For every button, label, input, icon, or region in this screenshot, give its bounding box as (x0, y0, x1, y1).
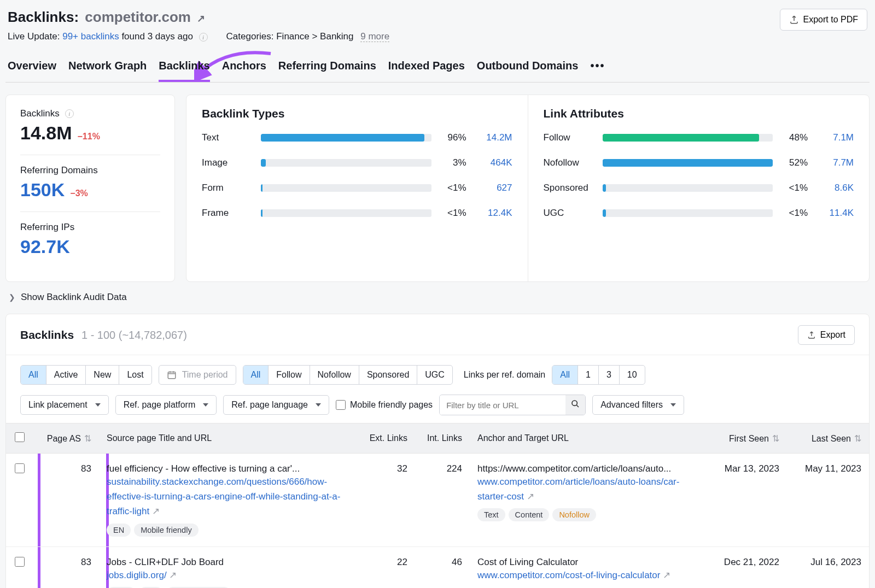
time-period-filter[interactable]: Time period (159, 365, 236, 385)
links-per-domain-label: Links per ref. domain (464, 370, 545, 380)
seg-option[interactable]: UGC (417, 366, 452, 384)
link-attributes-title: Link Attributes (544, 107, 854, 120)
tabs: OverviewNetwork GraphBacklinksAnchorsRef… (5, 60, 870, 83)
col-page-as[interactable]: Page AS⇅ (33, 424, 99, 454)
row-checkbox[interactable] (15, 463, 25, 473)
stat-count-link[interactable]: 11.4K (819, 208, 854, 219)
stat-pct: <1% (442, 183, 466, 193)
export-button[interactable]: Export (798, 325, 855, 345)
tab-backlinks[interactable]: Backlinks (159, 60, 209, 82)
cell-int-links: 46 (415, 546, 470, 588)
follow-filter[interactable]: AllFollowNofollowSponsoredUGC (243, 365, 453, 385)
external-link-icon[interactable]: ↗ (169, 570, 177, 580)
search-input[interactable] (440, 396, 565, 415)
col-int-links[interactable]: Int. Links (415, 424, 470, 454)
more-tabs-button[interactable]: ••• (590, 60, 605, 82)
seg-option[interactable]: 1 (578, 366, 599, 384)
stat-count-link[interactable]: 14.2M (477, 132, 512, 143)
export-pdf-button[interactable]: Export to PDF (780, 9, 867, 31)
cell-page-as: 83 (33, 454, 99, 547)
stat-count-link[interactable]: 8.6K (819, 183, 854, 193)
tab-indexed-pages[interactable]: Indexed Pages (388, 60, 465, 82)
advanced-filters-dropdown[interactable]: Advanced filters (592, 395, 684, 415)
external-link-icon[interactable]: ↗ (152, 506, 160, 516)
seg-option[interactable]: Sponsored (359, 366, 417, 384)
source-title: fuel efficiency - How effective is turni… (107, 463, 353, 474)
metric-ref-ips-label: Referring IPs (20, 222, 160, 233)
stat-row: Sponsored <1% 8.6K (544, 183, 854, 193)
stat-count-link[interactable]: 627 (477, 183, 512, 193)
stat-count-link[interactable]: 464K (477, 157, 512, 168)
source-title: Jobs - CLIR+DLF Job Board (107, 557, 353, 568)
tab-anchors[interactable]: Anchors (222, 60, 266, 82)
metric-ref-ips-value[interactable]: 92.7K (20, 236, 70, 257)
seg-option[interactable]: All (21, 366, 46, 384)
source-url-link[interactable]: jobs.diglib.org/ (107, 570, 167, 580)
seg-option[interactable]: New (86, 366, 119, 384)
seg-option[interactable]: 10 (620, 366, 645, 384)
chevron-right-icon: ❯ (9, 293, 15, 302)
seg-option[interactable]: Active (46, 366, 86, 384)
stat-count-link[interactable]: 7.7M (819, 157, 854, 168)
backlink-types-title: Backlink Types (202, 107, 512, 120)
external-link-icon[interactable]: ↗ (527, 491, 534, 502)
seg-option[interactable]: 3 (599, 366, 620, 384)
status-filter[interactable]: AllActiveNewLost (20, 365, 152, 385)
cell-ext-links: 22 (360, 546, 415, 588)
source-url-link[interactable]: sustainability.stackexchange.com/questio… (107, 477, 340, 516)
seg-option[interactable]: Lost (119, 366, 151, 384)
search-button[interactable] (565, 395, 585, 415)
seg-option[interactable]: Follow (269, 366, 310, 384)
link-placement-dropdown[interactable]: Link placement (20, 395, 109, 415)
row-checkbox[interactable] (15, 557, 25, 567)
tab-outbound-domains[interactable]: Outbound Domains (477, 60, 579, 82)
stat-count-link[interactable]: 12.4K (477, 208, 512, 219)
external-link-icon[interactable]: ↗ (197, 13, 205, 24)
seg-option[interactable]: All (552, 366, 578, 384)
col-ext-links[interactable]: Ext. Links (360, 424, 415, 454)
mobile-friendly-checkbox[interactable]: Mobile friendly pages (336, 400, 433, 410)
stat-label: UGC (544, 208, 592, 219)
tag-pill: Nofollow (552, 508, 596, 521)
col-first-seen[interactable]: First Seen⇅ (705, 424, 787, 454)
external-link-icon[interactable]: ↗ (663, 570, 670, 580)
stat-row: Text 96% 14.2M (202, 132, 512, 143)
chevron-down-icon (316, 403, 321, 407)
stat-label: Frame (202, 208, 250, 219)
export-icon (807, 331, 816, 339)
select-all-checkbox[interactable] (15, 432, 25, 442)
seg-option[interactable]: All (243, 366, 269, 384)
cell-first-seen: Dec 21, 2022 (705, 546, 787, 588)
ref-language-dropdown[interactable]: Ref. page language (223, 395, 329, 415)
chevron-down-icon (95, 403, 101, 407)
stat-row: Frame <1% 12.4K (202, 208, 512, 219)
link-attributes-panel: Link Attributes Follow 48% 7.1MNofollow … (528, 95, 870, 281)
table-row: 83 Jobs - CLIR+DLF Job Board jobs.diglib… (6, 546, 869, 588)
metric-ref-domains-value[interactable]: 150K (20, 179, 65, 200)
col-source[interactable]: Source page Title and URL (99, 424, 360, 454)
stat-pct: 48% (784, 132, 808, 143)
page-title: Backlinks: competitor.com ↗ (8, 9, 389, 26)
info-icon[interactable]: i (199, 33, 208, 42)
seg-option[interactable]: Nofollow (310, 366, 359, 384)
col-anchor[interactable]: Anchor and Target URL (470, 424, 705, 454)
backlinks-found-link[interactable]: 99+ backlinks (62, 31, 119, 42)
more-categories-link[interactable]: 9 more (360, 31, 389, 42)
stat-count-link[interactable]: 7.1M (819, 132, 854, 143)
show-audit-toggle[interactable]: ❯ Show Backlink Audit Data (5, 292, 870, 303)
target-url-link[interactable]: www.competitor.com/article/loans/auto-lo… (477, 477, 679, 502)
tab-network-graph[interactable]: Network Graph (68, 60, 147, 82)
stat-bar (261, 209, 431, 217)
tab-overview[interactable]: Overview (8, 60, 56, 82)
tab-referring-domains[interactable]: Referring Domains (278, 60, 376, 82)
sort-icon: ⇅ (772, 434, 779, 443)
backlink-types-panel: Backlink Types Text 96% 14.2MImage 3% 46… (186, 95, 528, 281)
links-per-domain-filter[interactable]: All1310 (552, 365, 645, 385)
info-icon[interactable]: i (65, 109, 74, 118)
svg-point-1 (572, 401, 577, 405)
col-last-seen[interactable]: Last Seen⇅ (787, 424, 869, 454)
stat-pct: 52% (784, 157, 808, 168)
target-url-link[interactable]: www.competitor.com/cost-of-living-calcul… (477, 570, 660, 580)
ref-platform-dropdown[interactable]: Ref. page platform (115, 395, 217, 415)
backlinks-table-title: Backlinks (20, 328, 74, 341)
